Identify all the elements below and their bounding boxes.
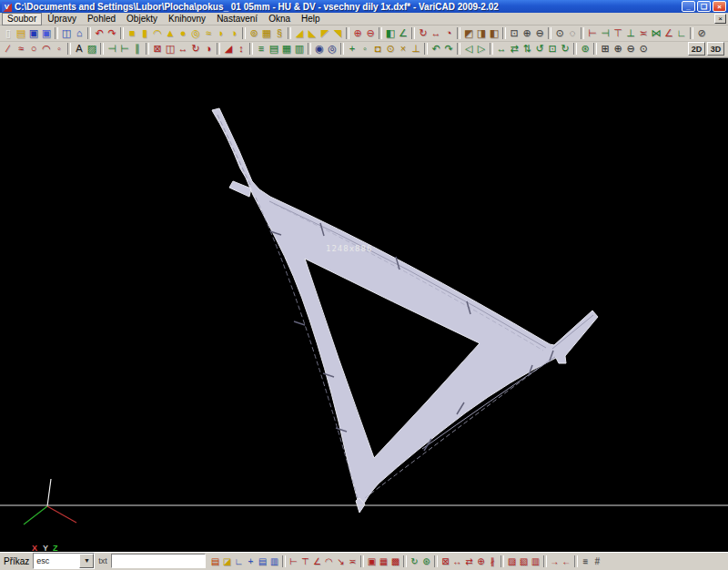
zoom-out-icon[interactable]: ⊖ <box>533 26 546 40</box>
move-solid-icon[interactable]: ↔ <box>430 26 442 40</box>
open-file-icon[interactable]: ▤ <box>15 26 27 40</box>
fit-view-icon[interactable]: ⊡ <box>546 42 559 56</box>
orbit-icon[interactable]: ◔ <box>442 26 455 40</box>
view-top-icon[interactable]: ◧ <box>488 26 500 40</box>
polyline-icon[interactable]: ≈ <box>15 42 27 56</box>
hatch-delete-icon[interactable]: ▥ <box>530 555 541 568</box>
scale-icon[interactable]: ◢ <box>222 42 235 56</box>
menu-objekty[interactable]: Objekty <box>121 14 163 25</box>
break-dim-icon[interactable]: ∦ <box>487 555 499 568</box>
viewport-canvas[interactable]: 1248x886 X Y Z <box>0 57 728 552</box>
view-redo-icon[interactable]: ↷ <box>442 42 455 56</box>
rotate-solid-icon[interactable]: ↻ <box>417 26 430 40</box>
hatch-add-icon[interactable]: ▨ <box>506 555 518 568</box>
snap-perpendicular-icon[interactable]: ⊥ <box>410 42 422 56</box>
dim-baseline-icon[interactable]: ≍ <box>637 26 650 40</box>
boolean-subtract-icon[interactable]: ⊖ <box>364 26 377 40</box>
hatch-icon[interactable]: ▨ <box>86 42 98 56</box>
snap-intersection-icon[interactable]: × <box>397 42 410 56</box>
zoom-in-icon[interactable]: ⊕ <box>521 26 533 40</box>
menu-help[interactable]: Help <box>296 14 326 25</box>
center-mark-icon[interactable]: ⊕ <box>475 555 487 568</box>
sheet-icon[interactable]: ▥ <box>268 555 280 568</box>
refresh-view-icon[interactable]: ↻ <box>559 42 571 56</box>
regenerate-icon[interactable]: ⊛ <box>420 555 432 568</box>
save-icon[interactable]: ▣ <box>27 26 40 40</box>
zoom-extents-icon[interactable]: ⊙ <box>637 42 650 56</box>
previous-view-icon[interactable]: ◁ <box>462 42 475 56</box>
attributes-icon[interactable]: ▤ <box>268 42 280 56</box>
menu-upravy[interactable]: Úpravy <box>42 14 82 25</box>
copy-icon[interactable]: ◫ <box>60 26 73 40</box>
settings-icon[interactable]: ≡ <box>580 555 592 568</box>
pattern-icon[interactable]: ◥ <box>331 26 344 40</box>
torus-solid-icon[interactable]: ◎ <box>189 26 202 40</box>
scroll-view-icon[interactable]: ⇅ <box>521 42 533 56</box>
stretch-icon[interactable]: ↕ <box>235 42 248 56</box>
fillet-icon[interactable]: ◢ <box>293 26 306 40</box>
command-combobox[interactable]: esc ▼ <box>33 553 95 569</box>
zoom-all-icon[interactable]: ⊙ <box>553 26 566 40</box>
snap-midpoint-icon[interactable]: ◘ <box>371 42 384 56</box>
menu-nastaveni[interactable]: Nastavení <box>211 14 263 25</box>
standard-part-icon[interactable]: § <box>273 26 286 40</box>
dynamic-pan-icon[interactable]: ⇄ <box>508 42 521 56</box>
shell-icon[interactable]: ◤ <box>318 26 331 40</box>
nut-icon[interactable]: ▦ <box>260 26 273 40</box>
grid-toggle-icon[interactable]: # <box>592 555 603 568</box>
hatch-edit-icon[interactable]: ▧ <box>518 555 530 568</box>
dim-angle-icon[interactable]: ∠ <box>662 26 675 40</box>
dim-vertical-icon[interactable]: ⊣ <box>599 26 612 40</box>
chevron-down-icon[interactable]: ▼ <box>79 554 94 568</box>
import-icon[interactable]: ← <box>561 555 572 568</box>
insert-block-icon[interactable]: ⌂ <box>73 26 86 40</box>
menu-soubor[interactable]: Soubor <box>2 13 42 25</box>
copy-2d-icon[interactable]: ◫ <box>164 42 177 56</box>
snap-center-icon[interactable]: ⊙ <box>384 42 397 56</box>
box-solid-icon[interactable]: ■ <box>126 26 138 40</box>
redraw-icon[interactable]: ⊛ <box>579 42 592 56</box>
dim-radius-icon[interactable]: ◠ <box>323 555 335 568</box>
menu-pohled[interactable]: Pohled <box>82 14 121 25</box>
dim-style-icon[interactable]: ▩ <box>389 555 401 568</box>
spin-view-icon[interactable]: ↺ <box>533 42 546 56</box>
sphere-solid-icon[interactable]: ● <box>177 26 189 40</box>
minimize-button[interactable]: _ <box>682 1 695 12</box>
open-drawing-icon[interactable]: ▤ <box>209 555 221 568</box>
redo-icon[interactable]: ↷ <box>106 26 118 40</box>
menu-knihovny[interactable]: Knihovny <box>163 14 211 25</box>
dim-chain-icon[interactable]: ⋈ <box>650 26 662 40</box>
offset-icon[interactable]: ∥ <box>131 42 144 56</box>
axes-icon[interactable]: + <box>245 555 257 568</box>
mode-2d-button[interactable]: 2D <box>688 42 705 56</box>
view-axo-icon[interactable]: ◩ <box>462 26 475 40</box>
command-input[interactable] <box>111 554 206 568</box>
view-front-icon[interactable]: ◨ <box>475 26 488 40</box>
flip-dim-icon[interactable]: ⇄ <box>463 555 475 568</box>
corner-icon[interactable]: ∟ <box>233 555 245 568</box>
rotate-2d-icon[interactable]: ↻ <box>189 42 202 56</box>
library-icon[interactable]: ▥ <box>293 42 306 56</box>
ungroup-icon[interactable]: ◎ <box>326 42 339 56</box>
zoom-rect-icon[interactable]: ⊞ <box>599 42 612 56</box>
table-icon[interactable]: ▤ <box>257 555 268 568</box>
layers-icon[interactable]: ≡ <box>255 42 268 56</box>
section-icon[interactable]: ◧ <box>384 26 397 40</box>
move-2d-icon[interactable]: ↔ <box>177 42 189 56</box>
trim-icon[interactable]: ⊣ <box>106 42 118 56</box>
revolve-solid-icon[interactable]: ◑ <box>228 26 240 40</box>
arc-icon[interactable]: ◠ <box>40 42 53 56</box>
elbow-solid-icon[interactable]: ◗ <box>215 26 228 40</box>
save-all-icon[interactable]: ▣ <box>40 26 53 40</box>
dim-edit-icon[interactable]: ▦ <box>378 555 389 568</box>
snap-endpoint-icon[interactable]: ◦ <box>359 42 371 56</box>
dim-h-icon[interactable]: ⊢ <box>288 555 299 568</box>
next-view-icon[interactable]: ▷ <box>475 42 488 56</box>
bolt-icon[interactable]: ⊚ <box>248 26 260 40</box>
mirror-2d-icon[interactable]: ◑ <box>202 42 215 56</box>
dim-text-icon[interactable]: ▣ <box>366 555 378 568</box>
dim-horizontal-icon[interactable]: ⊢ <box>586 26 599 40</box>
group-icon[interactable]: ◉ <box>313 42 326 56</box>
boolean-union-icon[interactable]: ⊕ <box>351 26 364 40</box>
restore-button[interactable]: ❏ <box>697 1 711 12</box>
